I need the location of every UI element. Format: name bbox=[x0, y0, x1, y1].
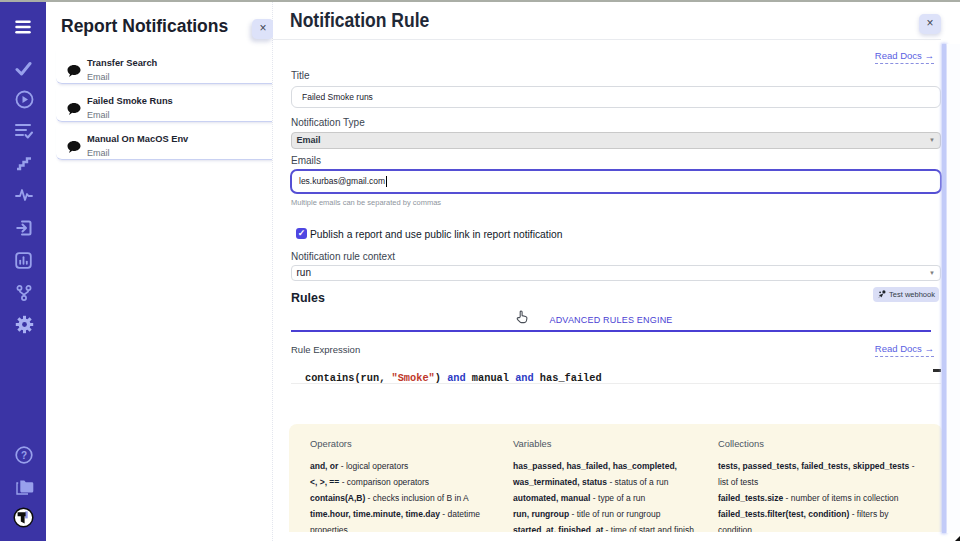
svg-text:?: ? bbox=[21, 450, 27, 461]
